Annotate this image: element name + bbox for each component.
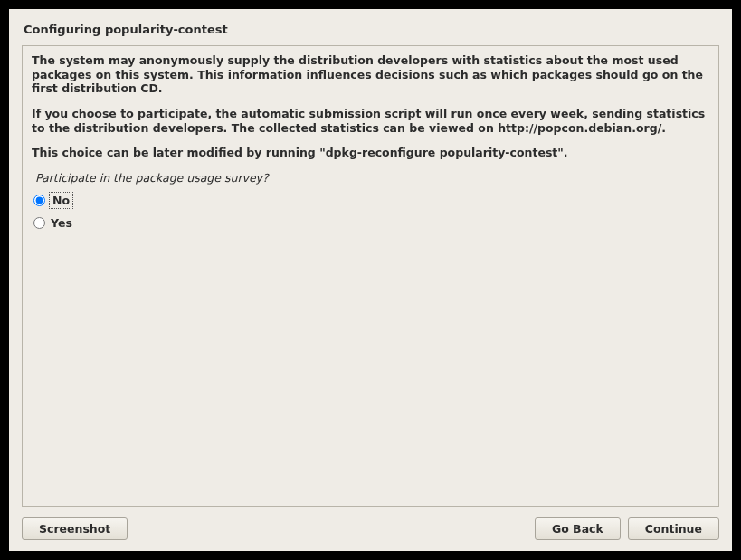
continue-button[interactable]: Continue [628,517,719,540]
button-bar-left: Screenshot [22,517,128,540]
installer-dialog: Configuring popularity-contest The syste… [9,9,732,551]
radio-option-yes[interactable]: Yes [33,216,709,230]
radio-label-yes: Yes [51,216,72,230]
radio-label-no: No [51,194,71,207]
radio-group: No Yes [33,194,709,230]
dialog-title: Configuring popularity-contest [24,23,719,36]
go-back-button[interactable]: Go Back [535,517,621,540]
button-bar: Screenshot Go Back Continue [22,517,719,540]
radio-yes[interactable] [33,217,45,229]
info-paragraph-2: If you choose to participate, the automa… [32,107,709,135]
content-panel: The system may anonymously supply the di… [22,45,719,507]
radio-option-no[interactable]: No [33,194,709,207]
info-paragraph-1: The system may anonymously supply the di… [32,53,709,96]
info-paragraph-3: This choice can be later modified by run… [32,146,709,160]
survey-question: Participate in the package usage survey? [35,171,709,185]
radio-no[interactable] [33,195,45,206]
button-bar-right: Go Back Continue [535,517,719,540]
screenshot-button[interactable]: Screenshot [22,517,128,540]
